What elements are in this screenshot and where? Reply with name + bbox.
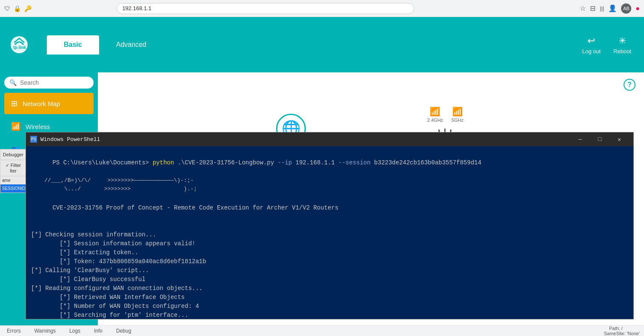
ps-ascii-art-1: //___,/B=)\/\/ >>>>>>>>————————————\)-:;…	[31, 176, 628, 185]
star-icon[interactable]: ☆	[580, 4, 586, 12]
browser-security-icons: 🛡 🔒 🔑	[4, 5, 31, 12]
search-box[interactable]: 🔍	[4, 77, 94, 89]
wireless-icon: 📶	[11, 122, 20, 131]
history-icon[interactable]: |||	[600, 5, 604, 11]
powershell-icon: PS	[30, 136, 37, 143]
tp-link-logo: tp-link	[9, 34, 30, 55]
ps-output-9: [*] Searching for 'ptm' interface...	[31, 311, 628, 319]
lock-icon: 🔒	[14, 5, 21, 12]
ps-script-path: .\CVE-2023-31756-Longbow.py	[174, 159, 278, 166]
search-input[interactable]	[20, 79, 88, 86]
name-field: ame	[0, 176, 26, 184]
devtools-tab-errors[interactable]: Errors	[4, 327, 23, 335]
help-icon[interactable]: ?	[624, 79, 635, 91]
sessionid-field: SESSIONID	[0, 184, 26, 192]
window-controls: — □ ✕	[570, 132, 629, 146]
devtools-tab-info[interactable]: Info	[91, 327, 105, 335]
ps-prompt: PS C:\Users\Luke\Documents>	[52, 159, 152, 166]
ps-ascii-art-2: \.../ >>>>>>>> ).-;	[31, 185, 628, 193]
powershell-title: Windows PowerShell	[40, 136, 567, 143]
close-button[interactable]: ✕	[610, 132, 629, 146]
ps-output-3: [*] Token: 437bb806859a040ac8d6ebf1812a1…	[31, 257, 628, 266]
shield-icon: 🛡	[4, 5, 10, 12]
sidebar-item-network-map[interactable]: ⊞ Network Map	[4, 93, 94, 114]
address-bar[interactable]: 192.168.1.1	[117, 3, 414, 14]
wifi-band-5: 📶 5GHz	[452, 106, 464, 123]
ps-output-7: [*] Retrieved WAN Interface Objects	[31, 293, 628, 302]
ps-output-5: [*] ClearBusy successful	[31, 275, 628, 284]
wifi-5-icon: 📶	[452, 106, 463, 117]
powershell-window: PS Windows PowerShell — □ ✕ PS C:\Users\…	[26, 132, 634, 319]
tab-basic[interactable]: Basic	[47, 35, 99, 55]
browser-right-icons: ☆ ⊟ ||| 👤 AB ●	[580, 3, 640, 14]
debugger-button[interactable]: Debugger	[0, 149, 26, 160]
ps-session-param: --session	[339, 159, 371, 166]
devtools-tab-logs[interactable]: Logs	[67, 327, 83, 335]
network-map-icon: ⊞	[11, 99, 17, 108]
powershell-titlebar: PS Windows PowerShell — □ ✕	[26, 132, 633, 146]
address-text: 192.168.1.1	[122, 5, 151, 11]
svg-text:tp-link: tp-link	[13, 45, 26, 50]
ps-command-line: PS C:\Users\Luke\Documents> python .\CVE…	[31, 149, 628, 176]
logout-button[interactable]: ↩ Log out	[582, 35, 601, 55]
filter-items-button[interactable]: ✓ Filter Iter	[0, 160, 26, 176]
extension-icon[interactable]: AB	[621, 3, 631, 14]
powershell-content[interactable]: PS C:\Users\Luke\Documents> python .\CVE…	[26, 146, 633, 319]
ps-output-8: [*] Number of WAN Objects configured: 4	[31, 302, 628, 311]
wifi-24-icon: 📶	[430, 106, 440, 117]
ps-cve-title: CVE-2023-31756 Proof of Concept - Remote…	[31, 195, 628, 221]
menu-icon[interactable]: ●	[635, 5, 640, 12]
wifi-bands: 📶 2.4GHz 📶 5GHz	[427, 106, 463, 123]
devtools-tab-warnings[interactable]: Warnings	[32, 327, 58, 335]
ps-output-1: [*] Session information appears valid!	[31, 239, 628, 248]
wifi-band-24: 📶 2.4GHz	[427, 106, 443, 123]
maximize-button[interactable]: □	[590, 132, 610, 146]
ps-ip-param: --ip	[278, 159, 292, 166]
bookmark-icon[interactable]: ⊟	[590, 4, 596, 12]
header-right-buttons: ↩ Log out ✳ Reboot	[582, 35, 631, 55]
devtools-tab-debug[interactable]: Debug	[114, 327, 134, 335]
minimize-button[interactable]: —	[570, 132, 590, 146]
ps-python-keyword: python	[153, 159, 174, 166]
ps-output-2: [*] Extracting token..	[31, 248, 628, 257]
key-icon: 🔑	[24, 5, 31, 12]
browser-chrome: 🛡 🔒 🔑 192.168.1.1 ☆ ⊟ ||| 👤 AB ●	[0, 0, 644, 17]
ps-output-4: [*] Calling 'ClearBusy' script...	[31, 266, 628, 275]
reboot-button[interactable]: ✳ Reboot	[613, 35, 631, 55]
devtools-bar: Errors Warnings Logs Info Debug Path: / …	[0, 325, 644, 336]
debug-sidebar: Debugger ✓ Filter Iter ame SESSIONID	[0, 149, 26, 193]
ps-output-6: [*] Reading configured WAN connection ob…	[31, 284, 628, 293]
tp-link-logo-svg: tp-link	[9, 34, 30, 55]
reboot-icon: ✳	[618, 35, 626, 46]
tab-bar: Basic Advanced	[47, 35, 582, 55]
router-header: tp-link Basic Advanced ↩ Log out ✳ Reboo…	[0, 17, 644, 72]
logout-icon: ↩	[587, 35, 595, 46]
tab-advanced[interactable]: Advanced	[99, 35, 163, 55]
search-icon: 🔍	[9, 79, 17, 86]
ps-output-0: [*] Checking session information...	[31, 230, 628, 239]
profile-icon[interactable]: 👤	[608, 4, 617, 12]
ps-blank-1	[31, 221, 628, 230]
